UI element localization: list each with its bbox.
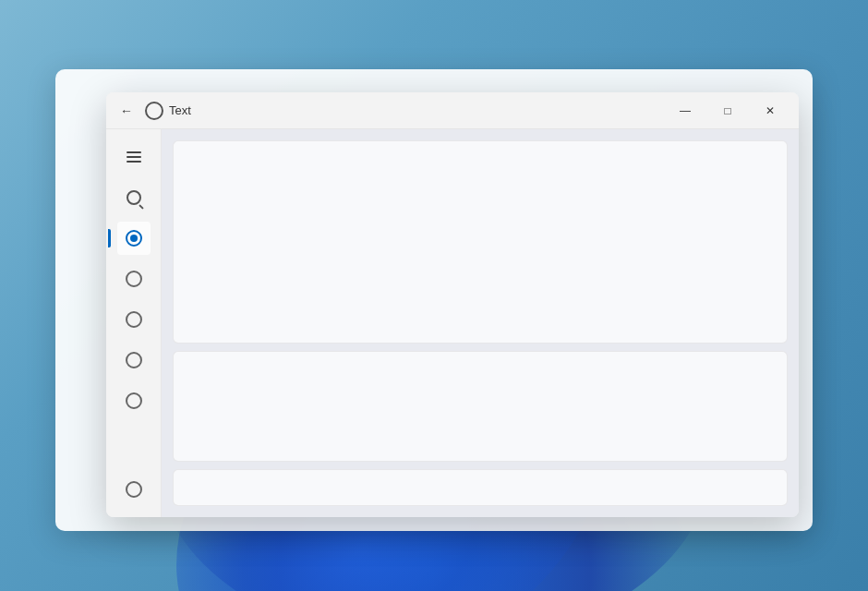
- sidebar-item-3[interactable]: [117, 303, 151, 336]
- content-panel-top: [173, 140, 788, 344]
- radio-icon-3: [126, 311, 142, 328]
- radio-icon-2: [126, 271, 142, 287]
- title-bar: ← Text — □ ✕: [106, 92, 799, 129]
- content-panel-bottom: [173, 469, 788, 506]
- main-content: [162, 129, 799, 517]
- sidebar-item-1[interactable]: [117, 222, 151, 255]
- radio-icon-4: [126, 352, 142, 368]
- back-button[interactable]: ←: [114, 98, 139, 124]
- hamburger-icon: [127, 151, 141, 163]
- close-icon: ✕: [766, 104, 775, 117]
- search-icon: [127, 190, 141, 205]
- maximize-button[interactable]: □: [706, 92, 749, 129]
- title-circle-icon: [145, 102, 163, 120]
- sidebar-item-4[interactable]: [117, 344, 151, 377]
- sidebar-item-6[interactable]: [117, 473, 151, 506]
- content-area: [106, 129, 799, 517]
- sidebar-item-search[interactable]: [117, 181, 151, 214]
- main-window: ← Text — □ ✕: [106, 92, 799, 517]
- minimize-button[interactable]: —: [664, 92, 706, 129]
- title-bar-left: ← Text: [114, 98, 664, 124]
- sidebar-item-menu[interactable]: [117, 140, 151, 174]
- radio-icon-active: [126, 230, 142, 247]
- window-title: Text: [169, 103, 191, 117]
- minimize-icon: —: [680, 104, 691, 117]
- radio-icon-5: [126, 392, 142, 409]
- sidebar-item-5[interactable]: [117, 384, 151, 417]
- close-button[interactable]: ✕: [749, 92, 791, 129]
- window-controls: — □ ✕: [664, 92, 791, 129]
- back-arrow-icon: ←: [120, 103, 133, 118]
- content-panel-middle: [173, 351, 788, 462]
- maximize-icon: □: [724, 104, 730, 117]
- sidebar-item-2[interactable]: [117, 262, 151, 296]
- sidebar: [106, 129, 162, 517]
- radio-icon-6: [126, 481, 142, 498]
